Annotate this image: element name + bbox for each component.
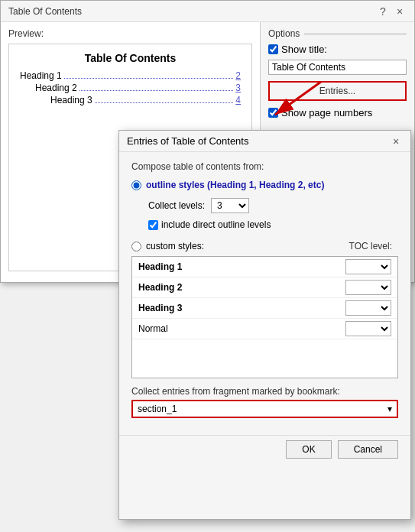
include-direct-checkbox[interactable] <box>148 220 158 230</box>
custom-left: custom styles: <box>131 241 204 251</box>
toc-page-3: 4 <box>235 95 241 105</box>
toc-page-2: 3 <box>235 83 241 93</box>
toc-dots-2 <box>79 90 234 91</box>
entries-button[interactable]: Entries... <box>268 81 407 101</box>
style-name-heading3: Heading 3 <box>138 303 182 313</box>
entries-dialog-titlebar: Entries of Table of Contents × <box>119 131 410 152</box>
style-row-heading3: Heading 3 <box>132 298 397 319</box>
bookmark-label: Collect entries from fragment marked by … <box>131 386 398 397</box>
outline-radio[interactable] <box>131 180 141 190</box>
cancel-button[interactable]: Cancel <box>338 440 398 459</box>
show-title-label: Show title: <box>281 44 327 55</box>
normal-toc-select[interactable] <box>345 321 391 336</box>
style-row-heading1: Heading 1 <box>132 257 397 277</box>
show-title-row: Show title: <box>268 44 407 55</box>
heading1-toc-select[interactable] <box>345 259 391 274</box>
bookmark-value: section_1 <box>138 404 177 414</box>
show-title-checkbox[interactable] <box>268 44 278 54</box>
help-button[interactable]: ? <box>376 5 390 18</box>
preview-label: Preview: <box>8 28 252 39</box>
collect-levels-label: Collect levels: <box>148 200 205 211</box>
entries-footer: OK Cancel <box>119 435 410 463</box>
styles-table: Heading 1 Heading 2 Heading 3 Normal <box>131 256 398 378</box>
show-page-numbers-checkbox[interactable] <box>268 108 278 118</box>
options-label: Options <box>268 28 407 39</box>
main-dialog-title: Table Of Contents <box>8 6 82 17</box>
heading3-toc-select[interactable] <box>345 300 391 316</box>
titlebar-controls: ? × <box>376 5 407 18</box>
preview-title: Table Of Contents <box>20 52 241 64</box>
toc-row-2: Heading 2 3 <box>20 83 241 93</box>
outline-label: outline styles (Heading 1, Heading 2, et… <box>146 180 324 190</box>
custom-styles-label: custom styles: <box>146 241 204 251</box>
outline-styles-row: outline styles (Heading 1, Heading 2, et… <box>131 180 398 190</box>
include-direct-label: include direct outline levels <box>161 219 271 230</box>
show-page-numbers-row: Show page numbers <box>268 107 407 118</box>
style-row-normal: Normal <box>132 319 397 339</box>
ok-button[interactable]: OK <box>286 440 331 459</box>
compose-label: Compose table of contents from: <box>131 161 398 172</box>
style-name-normal: Normal <box>138 323 168 334</box>
toc-row-1: Heading 1 2 <box>20 70 241 81</box>
entries-dialog: Entries of Table of Contents × Compose t… <box>118 130 411 520</box>
toc-dots-3 <box>95 102 234 103</box>
toc-level-label: TOC level: <box>349 241 392 251</box>
bookmark-dropdown[interactable]: section_1 ▾ <box>131 400 398 418</box>
toc-row-3: Heading 3 4 <box>20 95 241 105</box>
entries-dialog-title: Entries of Table of Contents <box>127 135 248 147</box>
close-button[interactable]: × <box>393 5 407 18</box>
custom-radio[interactable] <box>131 242 141 251</box>
toc-page-1: 2 <box>235 70 241 81</box>
toc-text-2: Heading 2 <box>35 83 77 93</box>
custom-styles-row: custom styles: TOC level: <box>131 241 398 251</box>
style-row-heading2: Heading 2 <box>132 277 397 298</box>
style-name-heading2: Heading 2 <box>138 282 182 293</box>
title-input[interactable]: Table Of Contents <box>268 60 407 75</box>
toc-text-3: Heading 3 <box>50 95 92 105</box>
collect-levels-row: Collect levels: 3 1 2 4 <box>148 198 398 213</box>
entries-body: Compose table of contents from: outline … <box>119 152 410 435</box>
include-direct-row: include direct outline levels <box>148 219 398 230</box>
entries-close-button[interactable]: × <box>389 135 403 148</box>
style-name-heading1: Heading 1 <box>138 261 182 272</box>
bookmark-chevron-icon: ▾ <box>387 404 392 414</box>
show-page-numbers-label: Show page numbers <box>281 107 372 118</box>
toc-text-1: Heading 1 <box>20 70 62 81</box>
collect-levels-select[interactable]: 3 1 2 4 <box>211 198 249 213</box>
toc-dots-1 <box>64 78 234 79</box>
heading2-toc-select[interactable] <box>345 280 391 295</box>
main-dialog-titlebar: Table Of Contents ? × <box>1 1 414 22</box>
